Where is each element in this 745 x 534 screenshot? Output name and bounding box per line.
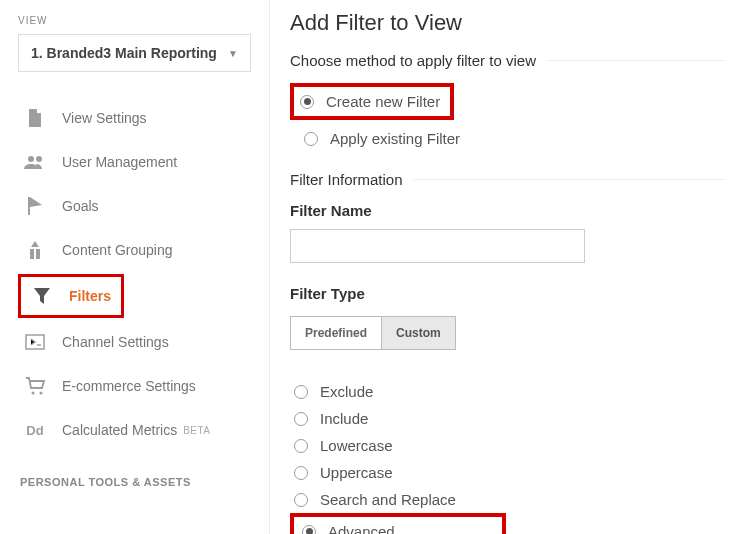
svg-point-0 bbox=[28, 156, 34, 162]
nav-content-grouping[interactable]: Content Grouping bbox=[18, 228, 251, 272]
radio-label: Lowercase bbox=[320, 437, 393, 454]
nav-label: Channel Settings bbox=[62, 334, 169, 350]
channel-icon bbox=[24, 333, 46, 351]
view-selector[interactable]: 1. Branded3 Main Reporting ▼ bbox=[18, 34, 251, 72]
method-options: Create new Filter Apply existing Filter bbox=[290, 83, 725, 153]
nav-ecommerce-settings[interactable]: E-commerce Settings bbox=[18, 364, 251, 408]
cart-icon bbox=[24, 377, 46, 395]
option-exclude[interactable]: Exclude bbox=[294, 378, 725, 405]
radio-icon bbox=[304, 132, 318, 146]
nav-label: E-commerce Settings bbox=[62, 378, 196, 394]
divider bbox=[546, 60, 725, 61]
filter-info-section: Filter Information Filter Name Filter Ty… bbox=[290, 171, 725, 534]
nav-label: Goals bbox=[62, 198, 99, 214]
radio-icon bbox=[294, 439, 308, 453]
filter-type-tabs: Predefined Custom bbox=[290, 316, 456, 350]
radio-label: Uppercase bbox=[320, 464, 393, 481]
view-name: 1. Branded3 Main Reporting bbox=[31, 45, 217, 61]
radio-label: Search and Replace bbox=[320, 491, 456, 508]
method-label: Choose method to apply filter to view bbox=[290, 52, 536, 69]
radio-label: Advanced bbox=[328, 523, 395, 534]
beta-badge: BETA bbox=[183, 425, 210, 436]
filter-name-input[interactable] bbox=[290, 229, 585, 263]
personal-tools-header: PERSONAL TOOLS & ASSETS bbox=[18, 476, 251, 488]
radio-label: Exclude bbox=[320, 383, 373, 400]
nav-calculated-metrics[interactable]: Dd Calculated Metrics BETA bbox=[18, 408, 251, 452]
custom-filter-options: Exclude Include Lowercase Uppercase Sear… bbox=[290, 378, 725, 534]
svg-point-1 bbox=[36, 156, 42, 162]
radio-icon bbox=[302, 525, 316, 535]
svg-point-4 bbox=[40, 392, 43, 395]
advanced-highlight-box: Advanced Field A -> Extract A bbox=[290, 513, 506, 534]
method-apply-existing[interactable]: Apply existing Filter bbox=[298, 124, 725, 153]
page-icon bbox=[24, 109, 46, 127]
tab-custom[interactable]: Custom bbox=[381, 316, 456, 350]
radio-label: Apply existing Filter bbox=[330, 130, 460, 147]
filters-highlight-box: Filters bbox=[18, 274, 124, 318]
radio-icon bbox=[294, 466, 308, 480]
dd-icon: Dd bbox=[24, 421, 46, 439]
radio-icon bbox=[294, 385, 308, 399]
method-section-row: Choose method to apply filter to view bbox=[290, 52, 725, 69]
filter-name-label: Filter Name bbox=[290, 202, 725, 219]
filter-info-label: Filter Information bbox=[290, 171, 403, 188]
page-title: Add Filter to View bbox=[290, 10, 725, 36]
option-lowercase[interactable]: Lowercase bbox=[294, 432, 725, 459]
dropdown-caret-icon: ▼ bbox=[228, 48, 238, 59]
users-icon bbox=[24, 153, 46, 171]
sidebar: VIEW 1. Branded3 Main Reporting ▼ View S… bbox=[0, 0, 270, 534]
main-content: Add Filter to View Choose method to appl… bbox=[270, 0, 745, 534]
radio-icon bbox=[294, 412, 308, 426]
nav-label: View Settings bbox=[62, 110, 147, 126]
nav-filters[interactable]: Filters bbox=[21, 277, 121, 315]
option-search-replace[interactable]: Search and Replace bbox=[294, 486, 725, 513]
radio-label: Create new Filter bbox=[326, 93, 440, 110]
nav-view-settings[interactable]: View Settings bbox=[18, 96, 251, 140]
method-create-new[interactable]: Create new Filter bbox=[294, 87, 440, 116]
tab-predefined[interactable]: Predefined bbox=[290, 316, 381, 350]
svg-point-3 bbox=[32, 392, 35, 395]
radio-label: Include bbox=[320, 410, 368, 427]
create-filter-highlight-box: Create new Filter bbox=[290, 83, 454, 120]
nav-user-management[interactable]: User Management bbox=[18, 140, 251, 184]
option-uppercase[interactable]: Uppercase bbox=[294, 459, 725, 486]
funnel-icon bbox=[31, 287, 53, 305]
nav-label: Filters bbox=[69, 288, 111, 304]
divider bbox=[413, 179, 725, 180]
nav-label: User Management bbox=[62, 154, 177, 170]
nav-channel-settings[interactable]: Channel Settings bbox=[18, 320, 251, 364]
option-advanced[interactable]: Advanced bbox=[302, 520, 472, 534]
radio-icon bbox=[294, 493, 308, 507]
content-grouping-icon bbox=[24, 241, 46, 259]
nav-label: Calculated Metrics bbox=[62, 422, 177, 438]
flag-icon bbox=[24, 197, 46, 215]
filter-type-label: Filter Type bbox=[290, 285, 725, 302]
radio-icon bbox=[300, 95, 314, 109]
nav-label: Content Grouping bbox=[62, 242, 173, 258]
view-label: VIEW bbox=[18, 15, 251, 26]
option-include[interactable]: Include bbox=[294, 405, 725, 432]
nav-goals[interactable]: Goals bbox=[18, 184, 251, 228]
